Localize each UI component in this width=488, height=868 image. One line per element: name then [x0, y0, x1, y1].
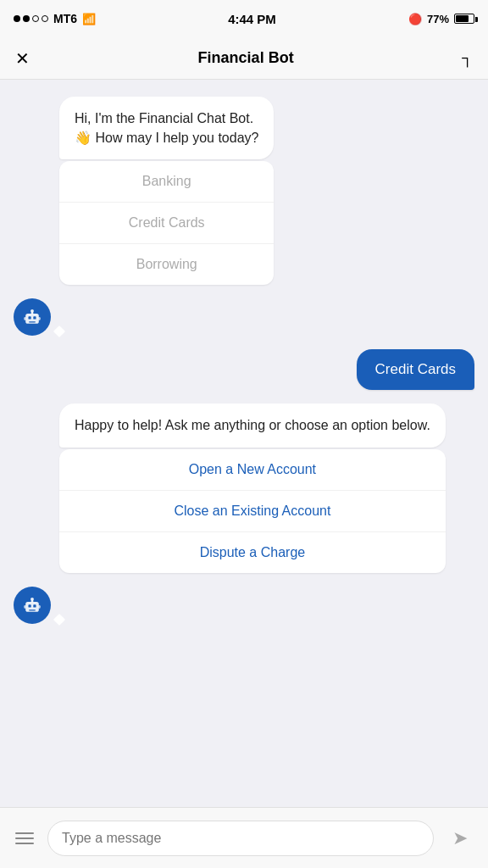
- bot-avatar-row: [14, 298, 474, 336]
- battery-icon: [454, 14, 474, 24]
- option-borrowing[interactable]: Borrowing: [59, 244, 274, 285]
- battery-percent: 77%: [427, 13, 449, 25]
- option-banking[interactable]: Banking: [59, 161, 274, 203]
- bot-avatar-2: [14, 587, 51, 624]
- bot-messages-2: Happy to help! Ask me anything or choose…: [59, 403, 446, 572]
- status-left: MT6 📶: [14, 12, 96, 25]
- signal-dots: [14, 15, 48, 22]
- svg-rect-6: [24, 317, 26, 320]
- user-message-group: Credit Cards: [14, 349, 474, 390]
- user-bubble: Credit Cards: [357, 349, 474, 390]
- menu-line-1: [15, 832, 34, 834]
- bot-message-group-1: Hi, I'm the Financial Chat Bot.👋 How may…: [14, 97, 474, 285]
- wifi-icon: 📶: [82, 13, 96, 25]
- svg-point-13: [30, 597, 34, 600]
- bot-avatar-icon-2: [21, 594, 43, 616]
- message-input[interactable]: [47, 821, 434, 856]
- send-arrow-icon: ➤: [452, 827, 468, 849]
- clock: 4:44 PM: [228, 12, 276, 26]
- option-credit-cards[interactable]: Credit Cards: [59, 203, 274, 244]
- bluetooth-icon: 🔴: [408, 13, 422, 25]
- bot-greeting-bubble: Hi, I'm the Financial Chat Bot.👋 How may…: [59, 97, 274, 159]
- option-open-account[interactable]: Open a New Account: [59, 449, 446, 491]
- svg-rect-1: [28, 317, 30, 320]
- svg-rect-3: [29, 322, 36, 323]
- bot-avatar: [14, 298, 51, 336]
- dot1: [14, 15, 20, 22]
- bot-options-2[interactable]: Open a New Account Close an Existing Acc…: [59, 449, 446, 573]
- svg-point-5: [30, 309, 34, 313]
- option-dispute[interactable]: Dispute a Charge: [59, 532, 446, 573]
- bot-avatar-row-2: [14, 587, 474, 624]
- menu-line-2: [15, 837, 34, 839]
- menu-line-3: [15, 843, 34, 844]
- battery-fill: [456, 15, 469, 22]
- bot-tail-2: [53, 613, 65, 625]
- bot-followup-text: Happy to help! Ask me anything or choose…: [75, 418, 430, 432]
- close-button[interactable]: ✕: [15, 48, 30, 69]
- status-bar: MT6 📶 4:44 PM 🔴 77%: [0, 0, 488, 37]
- send-button[interactable]: ➤: [444, 822, 476, 854]
- dot2: [23, 15, 30, 22]
- svg-rect-9: [28, 604, 30, 607]
- dot3: [32, 15, 39, 22]
- svg-rect-10: [33, 604, 36, 607]
- header-title: Financial Bot: [198, 49, 294, 67]
- status-right: 🔴 77%: [408, 13, 474, 25]
- menu-button[interactable]: [12, 829, 37, 848]
- bottom-bar: ➤: [0, 807, 488, 868]
- bot-followup-bubble: Happy to help! Ask me anything or choose…: [59, 403, 446, 447]
- carrier-label: MT6: [53, 12, 77, 25]
- svg-rect-15: [38, 605, 41, 609]
- bot-messages-1: Hi, I'm the Financial Chat Bot.👋 How may…: [59, 97, 274, 285]
- bot-tail: [53, 326, 65, 337]
- expand-button[interactable]: ┐: [462, 49, 473, 67]
- chat-area: Hi, I'm the Financial Chat Bot.👋 How may…: [0, 80, 488, 807]
- bot-avatar-icon: [21, 306, 43, 328]
- svg-rect-2: [33, 317, 36, 320]
- option-close-account[interactable]: Close an Existing Account: [59, 491, 446, 532]
- bot-greeting-text: Hi, I'm the Financial Chat Bot.👋 How may…: [75, 111, 258, 145]
- svg-rect-7: [38, 317, 41, 320]
- bot-options-1[interactable]: Banking Credit Cards Borrowing: [59, 161, 274, 285]
- dot4: [42, 15, 48, 22]
- bot-message-group-2: Happy to help! Ask me anything or choose…: [14, 403, 474, 572]
- svg-rect-11: [29, 609, 36, 610]
- header: ✕ Financial Bot ┐: [0, 37, 488, 80]
- svg-rect-14: [24, 605, 26, 609]
